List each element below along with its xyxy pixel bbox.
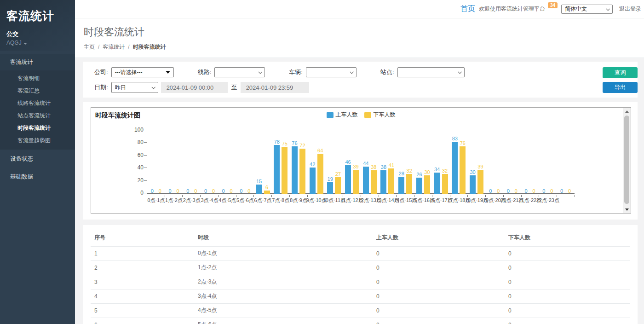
bar-value-label: 34 (434, 167, 440, 173)
account-dropdown[interactable]: AQGJ (6, 40, 69, 46)
table-row[interactable]: 43点-4点00 (91, 289, 630, 304)
bar-value-label: 30 (470, 169, 475, 175)
chart-bar[interactable] (460, 146, 466, 194)
bar-value-label: 0 (507, 188, 510, 194)
logout-link[interactable]: 退出登录 (619, 5, 641, 13)
x-axis-label: 0点-1点 (147, 197, 165, 204)
language-select[interactable]: 简体中文 (561, 5, 613, 14)
sidebar-item-device-status[interactable]: 设备状态 (0, 150, 75, 168)
chart-bar[interactable] (256, 185, 262, 194)
legend-item-boarding[interactable]: 上车人数 (327, 111, 358, 119)
chart-bar[interactable] (470, 175, 476, 194)
table-row[interactable]: 21点-2点00 (91, 261, 630, 275)
chart-bar[interactable] (442, 174, 448, 194)
bar-value-label: 0 (550, 188, 553, 194)
chart-bar[interactable] (380, 170, 386, 194)
chart-category: 004点-5点 (218, 131, 236, 193)
chart-bar[interactable] (477, 170, 483, 194)
chart-bar[interactable] (310, 168, 316, 194)
chart-bar[interactable] (353, 170, 359, 194)
export-button[interactable]: 导出 (603, 82, 638, 93)
bar-value-label: 0 (240, 188, 242, 194)
y-axis-tick (144, 193, 147, 193)
chart-category: 000点-1点 (147, 131, 165, 193)
chart-bar[interactable] (264, 191, 270, 194)
scrollbar-thumb[interactable] (624, 116, 629, 204)
chart-bar[interactable] (345, 165, 351, 194)
chart-bar[interactable] (292, 146, 298, 194)
bar-value-label: 39 (353, 164, 358, 170)
welcome-text: 欢迎使用客流统计管理平台 (479, 5, 545, 13)
sidebar-subitem-line-stats[interactable]: 线路客流统计 (0, 97, 75, 110)
line-select[interactable] (214, 67, 265, 77)
date-from-input[interactable]: 2024-01-09 00:00 (161, 82, 228, 93)
table-row[interactable]: 54点-5点00 (91, 304, 630, 318)
date-to-input[interactable]: 2024-01-09 23:59 (241, 82, 309, 93)
table-row[interactable]: 10点-1点00 (91, 247, 630, 261)
table-cell: 0 (373, 247, 505, 261)
company-select[interactable]: ---请选择--- (111, 67, 174, 77)
chart-bar[interactable] (371, 170, 377, 194)
breadcrumb-separator: / (98, 44, 99, 50)
x-axis-label: 5点-6点 (236, 197, 254, 204)
bar-value-label: 26 (416, 172, 422, 178)
table-cell: 0 (505, 318, 630, 324)
chart-bar[interactable] (424, 175, 430, 194)
chart-bar[interactable] (274, 145, 280, 194)
table-cell: 0 (505, 247, 630, 261)
chart-bar[interactable] (388, 168, 394, 194)
bar-value-label: 64 (317, 148, 323, 154)
chart-bar[interactable] (398, 177, 404, 194)
dropdown-arrow-icon (166, 71, 170, 74)
filter-row-2: 日期: 昨日 2024-01-09 00:00 至 2024-01-09 23:… (91, 82, 630, 93)
table-cell: 0点-1点 (194, 247, 373, 261)
chart-bar[interactable] (363, 167, 369, 194)
bar-value-label: 0 (497, 188, 500, 194)
chart-bar[interactable] (452, 142, 458, 194)
table-row[interactable]: 32点-3点00 (91, 275, 630, 289)
chart-bar[interactable] (335, 177, 341, 194)
chart-bar[interactable] (317, 154, 323, 194)
chevron-down-icon (350, 70, 353, 74)
sidebar-subitem-period-stats[interactable]: 时段客流统计 (0, 122, 75, 134)
sidebar: 客流统计 公交 AQGJ 客流统计 客流明细 客流汇总 线路客流统计 站点客流统… (0, 0, 75, 324)
chart-panel: 时段车流统计图 上车人数 下车人数 020406080100000点-1点001… (83, 102, 638, 220)
scroll-down-icon[interactable] (623, 206, 631, 213)
sidebar-item-base-data[interactable]: 基础数据 (0, 168, 75, 185)
bar-value-label: 76 (460, 140, 466, 146)
bar-value-label: 0 (247, 188, 250, 194)
bar-value-label: 0 (194, 188, 197, 194)
bar-value-label: 38 (381, 164, 386, 170)
bar-value-label: 30 (424, 169, 430, 175)
breadcrumb-passenger-stats[interactable]: 客流统计 (103, 44, 125, 50)
x-axis-label: 22点-23点 (536, 197, 559, 204)
chart-bar[interactable] (434, 173, 440, 194)
date-preset-select[interactable]: 昨日 (111, 82, 158, 93)
breadcrumb-home[interactable]: 主页 (84, 44, 95, 50)
sidebar-subitem-passenger-summary[interactable]: 客流汇总 (0, 85, 75, 97)
chart-bar[interactable] (299, 149, 305, 194)
sidebar-subitem-trend-chart[interactable]: 客流量趋势图 (0, 134, 75, 147)
table-cell: 0 (505, 261, 630, 275)
station-select[interactable] (397, 67, 465, 77)
chart-bar[interactable] (406, 174, 412, 194)
home-link[interactable]: 首页 (460, 4, 475, 14)
chart-category: 003点-4点 (201, 131, 218, 193)
chart-bar[interactable] (416, 178, 422, 194)
table-row[interactable]: 65点-6点00 (91, 318, 630, 324)
bar-value-label: 0 (222, 188, 225, 194)
legend-item-alighting[interactable]: 下车人数 (364, 111, 396, 119)
bar-value-label: 0 (542, 188, 545, 194)
chart-scrollbar[interactable] (623, 108, 631, 213)
sidebar-item-passenger-stats[interactable]: 客流统计 (0, 54, 75, 70)
scroll-up-icon[interactable] (623, 108, 631, 115)
sidebar-subitem-station-stats[interactable]: 站点客流统计 (0, 110, 75, 122)
sidebar-subitem-passenger-detail[interactable]: 客流明细 (0, 72, 75, 85)
bar-value-label: 0 (186, 188, 189, 194)
notification-badge[interactable]: 34 (548, 2, 558, 8)
chart-bar[interactable] (327, 182, 333, 194)
vehicle-select[interactable] (306, 67, 356, 77)
chart-bar[interactable] (282, 147, 288, 194)
y-axis-tick (144, 155, 147, 156)
query-button[interactable]: 查询 (603, 67, 638, 78)
